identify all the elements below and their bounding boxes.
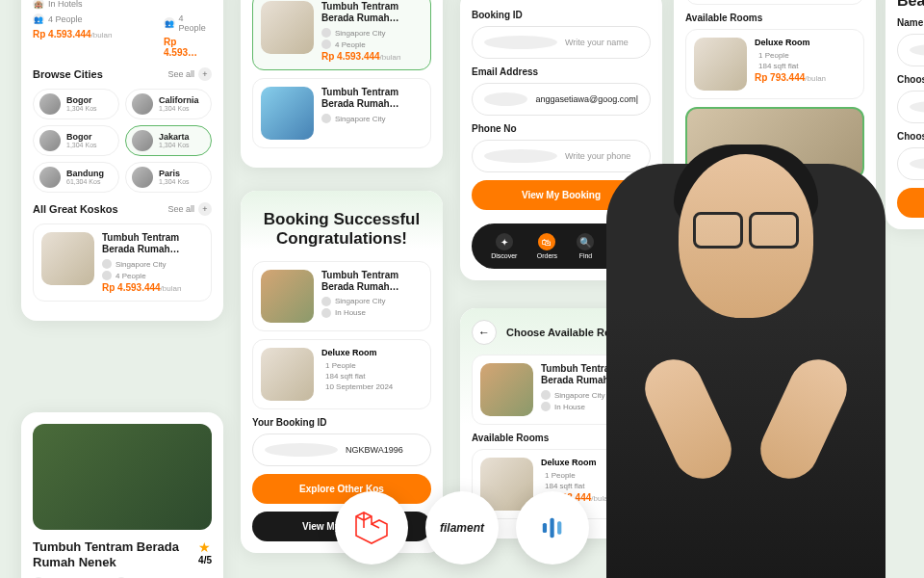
phone-icon (484, 149, 557, 163)
tech-badges: filament (335, 491, 589, 565)
booking-id-label: Your Booking ID (252, 417, 431, 428)
email-label: Email Address (472, 66, 651, 77)
room-summary-card: Deluxe Room 1 People 184 sqft flat 10 Se… (252, 339, 431, 409)
select-input[interactable]: Sel (897, 147, 924, 180)
svg-rect-2 (557, 521, 561, 535)
listing-card[interactable]: Tumbuh Tentram Berada Rumah… Singapore C… (252, 78, 431, 148)
hero-image (33, 424, 212, 530)
plus-icon: + (198, 67, 212, 81)
booking-id-label: Booking ID (472, 10, 651, 20)
phone-detail: Tumbuh Tentram Berada Rumah Nenek ★ 4/5 … (21, 412, 223, 578)
filament-badge: filament (425, 491, 499, 565)
see-all-link[interactable]: See all+ (167, 202, 212, 216)
price: Rp 4.593.444/bulan (33, 29, 112, 39)
livewire-badge (516, 491, 589, 565)
success-title: Booking Successful Congratulations! (252, 210, 431, 250)
listing-title: Tumbuh Tentram Berada Rumah Nenek (33, 539, 191, 571)
submit-button[interactable] (897, 188, 924, 218)
bag-icon: 🛍 (538, 233, 555, 250)
city-chip-california[interactable]: California1,304 Kos (125, 89, 212, 119)
svg-rect-1 (550, 518, 553, 538)
available-rooms-label: Available Rooms (685, 13, 864, 23)
phone-form2: Bea Name Typ Choose C Sel Choose C Sel (886, 0, 924, 229)
ticket-icon (265, 443, 338, 457)
see-all-link[interactable]: See all+ (167, 67, 212, 81)
choose-label: Choose C (897, 131, 924, 142)
nav-discover[interactable]: ✦Discover (491, 233, 517, 259)
browse-cities-title: Browse Cities (33, 68, 103, 80)
people-icon: 👥 (33, 13, 44, 25)
listing-card: Tumbuh Tentram Berada Rumah… Singapore C… (685, 0, 864, 5)
all-great-title: All Great Koskos (33, 203, 118, 215)
search-icon: 🔍 (577, 233, 594, 250)
hotel-icon: 🏨 (33, 0, 44, 10)
email-input[interactable]: anggasetiawa@goog.com| (472, 83, 651, 116)
select-input[interactable]: Sel (897, 91, 924, 123)
listing-card[interactable]: Tumbuh Tentram Berada Rumah… Singapore C… (33, 223, 212, 302)
name-input[interactable]: Typ (897, 34, 924, 66)
nav-find[interactable]: 🔍Find (577, 233, 594, 259)
city-chip-bogor2[interactable]: Bogor1,304 Kos (33, 125, 119, 156)
name-label: Name (897, 17, 924, 28)
meta-hotels: 🏨In Hotels (33, 0, 212, 10)
user-icon (484, 36, 557, 49)
meta-people: 👥4 People (33, 13, 112, 25)
booking-id-field: NGKBWA1996 (252, 434, 431, 466)
choose-label: Choose C (897, 74, 924, 85)
phone-label: Phone No (472, 123, 651, 134)
back-button[interactable]: ← (472, 320, 497, 345)
phone-browse: 📍Singapore City 🏨In Hotels 👥4 People Rp … (21, 0, 223, 321)
nav-orders[interactable]: 🛍Orders (537, 233, 557, 259)
listing-thumb (41, 232, 94, 285)
rating: 4/5 (198, 555, 212, 565)
listing-card[interactable]: Tumbuh Tentram Berada Rumah… Singapore C… (252, 0, 431, 70)
room-card-deluxe[interactable]: Deluxe Room 1 People 184 sqft flat Rp 79… (685, 29, 864, 99)
name-input[interactable]: Write your name (472, 26, 651, 59)
phone-listings: Tumbuh Tentram Berada Rumah… Singapore C… (241, 0, 443, 168)
presenter-photo (606, 164, 886, 578)
booking-summary-card: Tumbuh Tentram Berada Rumah… Singapore C… (252, 261, 431, 331)
star-icon: ★ (198, 539, 212, 555)
city-chip-jakarta[interactable]: Jakarta1,304 Kos (125, 125, 212, 156)
city-chip-paris[interactable]: Paris1,304 Kos (125, 162, 212, 193)
city-chip-bandung[interactable]: Bandung61,304 Kos (33, 162, 119, 193)
city-grid: Bogor1,304 Kos California1,304 Kos Bogor… (33, 89, 212, 193)
city-chip-bogor[interactable]: Bogor1,304 Kos (33, 89, 119, 119)
laravel-badge (335, 491, 408, 565)
svg-rect-0 (543, 523, 547, 533)
compass-icon: ✦ (496, 233, 513, 250)
mail-icon (484, 92, 527, 106)
